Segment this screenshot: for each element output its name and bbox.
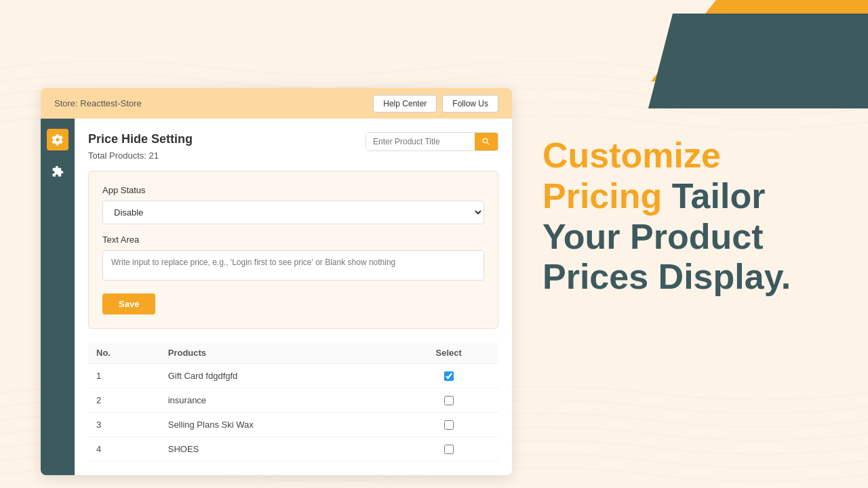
row-no: 2 — [88, 388, 160, 413]
row-select-cell — [399, 413, 498, 437]
teal-decoration — [624, 14, 868, 108]
row-select-cell — [399, 437, 498, 462]
follow-us-button[interactable]: Follow Us — [442, 95, 498, 113]
row-checkbox[interactable] — [444, 445, 454, 454]
row-checkbox[interactable] — [444, 371, 454, 381]
col-products: Products — [160, 342, 399, 364]
table-header-row: No. Products Select — [88, 342, 498, 364]
row-select-cell — [399, 364, 498, 388]
your-product-text: Your Product — [542, 217, 763, 256]
sidebar-icon-puzzle[interactable] — [47, 161, 68, 182]
row-product: Gift Card fdgdfgfd — [160, 364, 399, 388]
highlight-pricing: Pricing — [542, 176, 662, 216]
orange-decoration — [651, 0, 868, 81]
app-body: Price Hide Setting Total Products: 21 Ap… — [41, 119, 512, 475]
table-row: 1 Gift Card fdgdfgfd — [88, 364, 498, 388]
main-content: Price Hide Setting Total Products: 21 Ap… — [75, 119, 512, 475]
search-input[interactable] — [366, 133, 475, 150]
row-select-cell — [399, 388, 498, 413]
col-no: No. — [88, 342, 160, 364]
col-select: Select — [399, 342, 498, 364]
app-status-label: App Status — [102, 185, 484, 195]
status-select[interactable]: Disable Enable — [102, 201, 484, 224]
table-row: 3 Selling Plans Ski Wax — [88, 413, 498, 437]
row-no: 3 — [88, 413, 160, 437]
products-table: No. Products Select 1 Gift Card fdgdfgfd… — [88, 342, 498, 462]
page-title: Price Hide Setting — [88, 132, 193, 146]
row-product: insurance — [160, 388, 399, 413]
tailor-text: Tailor — [662, 176, 765, 216]
prices-display-text: Prices Display. — [542, 257, 791, 296]
text-area-label: Text Area — [102, 235, 484, 245]
row-product: SHOES — [160, 437, 399, 462]
sidebar — [41, 119, 75, 475]
marketing-text: Customize Pricing Tailor Your Product Pr… — [542, 136, 827, 298]
app-header: Store: Reacttest-Store Help Center Follo… — [41, 88, 512, 119]
save-button[interactable]: Save — [102, 293, 155, 314]
search-wrapper — [366, 132, 498, 151]
row-checkbox[interactable] — [444, 420, 454, 430]
row-no: 1 — [88, 364, 160, 388]
help-center-button[interactable]: Help Center — [373, 95, 437, 113]
sidebar-icon-settings[interactable] — [47, 129, 68, 150]
app-container: Store: Reacttest-Store Help Center Follo… — [41, 88, 512, 475]
row-checkbox[interactable] — [444, 396, 454, 405]
highlight-customize: Customize — [542, 136, 721, 175]
store-name: Store: Reacttest-Store — [54, 98, 142, 108]
row-product: Selling Plans Ski Wax — [160, 413, 399, 437]
header-buttons: Help Center Follow Us — [373, 95, 498, 113]
table-row: 2 insurance — [88, 388, 498, 413]
settings-card: App Status Disable Enable Text Area Save — [88, 171, 498, 329]
total-products: Total Products: 21 — [88, 150, 193, 161]
text-area-input[interactable] — [102, 250, 484, 281]
table-row: 4 SHOES — [88, 437, 498, 462]
search-button[interactable] — [475, 133, 498, 150]
row-no: 4 — [88, 437, 160, 462]
